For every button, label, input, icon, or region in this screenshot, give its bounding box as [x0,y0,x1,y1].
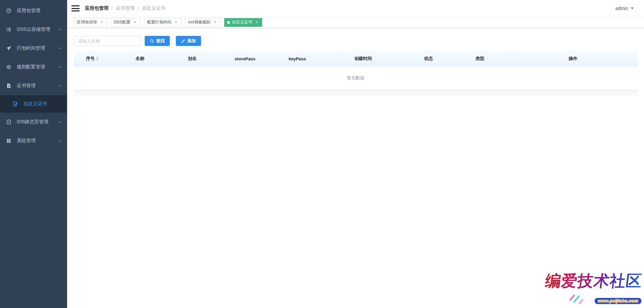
sidebar-item-pack-time[interactable]: 打包时间管理 [0,39,67,58]
sidebar-item-system[interactable]: 系统管理 [0,131,67,150]
sidebar-item-certificate[interactable]: 证书管理 [0,76,67,95]
search-icon [150,39,154,43]
chevron-down-icon [58,120,62,124]
close-icon[interactable]: × [99,20,104,25]
tab-xml-replace-rule[interactable]: xml替换规则 × [185,18,220,27]
column-header-status: 状态 [406,51,451,67]
grid-icon [6,138,11,143]
tab-label: xml替换规则 [188,19,210,25]
sidebar-item-label: 打包时间管理 [17,45,45,51]
close-icon[interactable]: × [254,20,259,25]
sidebar-item-app-package[interactable]: 应用包管理 [0,1,67,20]
active-dot-icon [227,21,230,24]
column-header-type: 类型 [451,51,509,67]
chevron-down-icon [58,46,62,50]
tab-app-package[interactable]: 应用包管理 × [74,18,107,27]
column-header-created: 创建时间 [320,51,406,67]
sidebar-item-label: 证书管理 [17,83,36,89]
gear-icon [6,64,11,70]
column-header-label: 序号 [86,56,95,62]
data-table: 序号 名称 别名 storePass keyPass 创建时间 [74,51,637,96]
dashboard-icon [6,8,11,13]
scan-icon [6,119,11,125]
chevron-down-icon [58,27,62,32]
table-footer-strip [74,90,637,96]
user-dropdown[interactable]: admin [615,6,634,11]
page-content: 查找 添加 [67,28,644,308]
search-button[interactable]: 查找 [145,36,170,46]
search-button-label: 查找 [156,38,165,44]
chevron-up-icon [58,84,62,88]
send-icon [6,46,11,51]
list-icon [6,27,11,32]
sort-carets-icon[interactable] [96,57,99,61]
sidebar-item-label: 系统管理 [17,138,36,144]
toolbar: 查找 添加 [74,36,637,46]
edit-document-icon [13,101,18,107]
main-area: 应用包管理 / 证书管理 / 自定义证书 admin 应用包管理 × OSS配置… [67,0,644,308]
sidebar-item-oss-storage[interactable]: OSS云存储管理 [0,20,67,39]
tags-view-bar: 应用包管理 × OSS配置 × 配置打包时间 × xml替换规则 × 自定义证书… [67,17,644,28]
column-header-storepass: storePass [215,51,275,67]
empty-row: 暂无数据 [74,67,637,89]
sidebar-item-ios-static[interactable]: IOS静态页管理 [0,113,67,131]
add-button[interactable]: 添加 [176,36,201,46]
sidebar-item-label: 应用包管理 [17,8,40,14]
breadcrumb-item: 自定义证书 [142,5,165,11]
tab-label: 自定义证书 [232,19,252,25]
search-input[interactable] [74,36,141,46]
tab-label: OSS配置 [114,19,130,25]
column-header-keypass: keyPass [275,51,320,67]
tab-oss-config[interactable]: OSS配置 × [111,18,140,27]
sidebar-item-label: OSS云存储管理 [17,26,50,33]
breadcrumb-item[interactable]: 应用包管理 [85,5,108,11]
tab-pack-time-config[interactable]: 配置打包时间 × [144,18,181,27]
pencil-icon [181,39,185,43]
tab-label: 应用包管理 [77,19,97,25]
sidebar-item-rule-config[interactable]: 规则配置管理 [0,58,67,76]
sidebar-subitem-label: 自定义证书 [23,101,47,107]
certificate-icon [6,83,11,88]
column-header-index[interactable]: 序号 [74,51,111,67]
breadcrumb-separator: / [111,6,113,11]
column-header-name: 名称 [111,51,169,67]
breadcrumb: 应用包管理 / 证书管理 / 自定义证书 [85,5,165,11]
column-header-actions: 操作 [509,51,637,67]
sidebar-item-label: IOS静态页管理 [17,119,48,125]
add-button-label: 添加 [187,38,196,44]
sidebar: 应用包管理 OSS云存储管理 打包时间管理 [0,0,67,308]
tab-custom-certificate-active[interactable]: 自定义证书 × [224,18,262,27]
sidebar-subitem-custom-certificate[interactable]: 自定义证书 [0,95,67,113]
close-icon[interactable]: × [174,20,178,25]
chevron-down-icon [58,65,62,69]
table-header-row: 序号 名称 别名 storePass keyPass 创建时间 [74,51,637,67]
close-icon[interactable]: × [133,20,137,25]
username: admin [615,6,628,11]
hamburger-icon[interactable] [71,5,80,12]
empty-placeholder: 暂无数据 [74,67,637,89]
caret-down-icon [631,7,634,9]
app-root: 应用包管理 OSS云存储管理 打包时间管理 [0,0,644,308]
breadcrumb-separator: / [138,6,139,11]
top-navbar: 应用包管理 / 证书管理 / 自定义证书 admin [67,0,644,17]
tab-label: 配置打包时间 [147,19,171,25]
breadcrumb-item[interactable]: 证书管理 [116,5,135,11]
column-header-alias: 别名 [169,51,215,67]
sidebar-item-label: 规则配置管理 [17,64,45,70]
close-icon[interactable]: × [213,20,217,25]
chevron-down-icon [58,139,62,143]
